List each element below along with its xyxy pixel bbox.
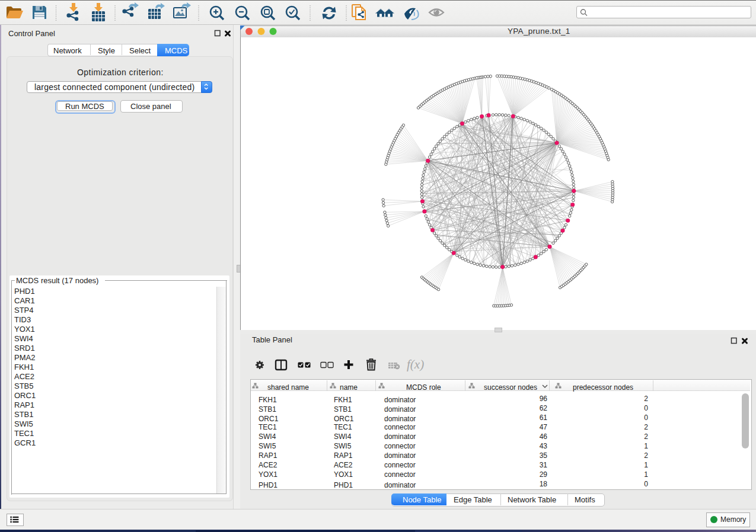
svg-text:f(x): f(x): [407, 357, 424, 371]
